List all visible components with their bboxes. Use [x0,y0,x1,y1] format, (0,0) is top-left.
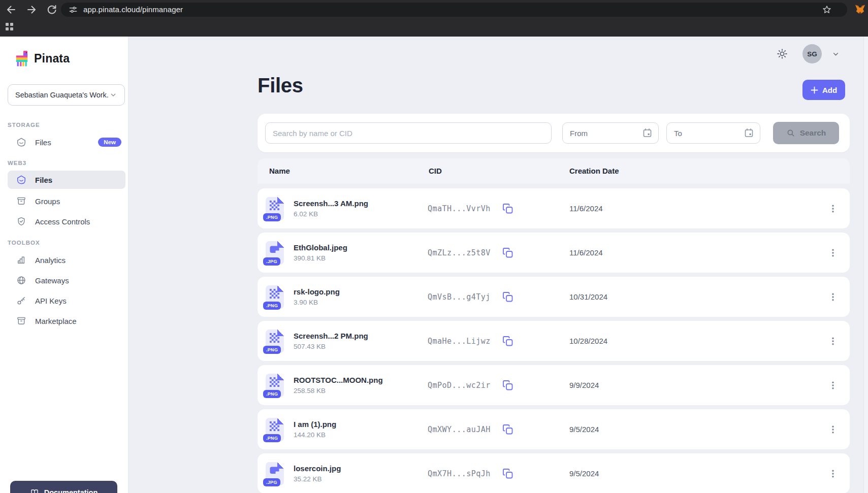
section-label-web3: WEB3 [8,160,26,166]
file-name: rsk-logo.png [294,287,340,296]
file-ext-badge: .PNG [263,434,281,442]
grid-menu-icon[interactable] [6,23,13,30]
name-cell: .PNG I am (1).png 144.20 KB [266,409,336,449]
file-cid: QmaTH...VvrVh [428,204,491,213]
jpg-image-glyph [270,245,279,254]
png-checker-glyph [270,289,279,299]
sidebar-item-files-storage[interactable]: Files New [8,133,125,151]
file-name: Screensh...3 AM.png [294,199,368,208]
bar-chart-icon [16,255,26,265]
site-settings-icon[interactable] [68,5,78,15]
file-name: Screensh...2 PM.png [294,332,368,340]
sidebar-item-marketplace[interactable]: Marketplace [8,312,125,330]
search-button[interactable]: Search [773,122,839,144]
bookmark-star-icon[interactable] [822,5,832,15]
back-icon[interactable] [5,4,17,16]
copy-cid-icon[interactable] [502,468,514,480]
file-name-block: I am (1).png 144.20 KB [294,420,336,439]
table-row[interactable]: .PNG I am (1).png 144.20 KB QmXWY...auJA… [258,409,850,449]
sidebar-item-groups[interactable]: Groups [8,192,125,210]
calendar-icon[interactable] [642,127,653,138]
pinata-logo-icon [14,50,29,67]
table-row[interactable]: .PNG rsk-logo.png 3.90 KB QmVsB...g4Tyj … [258,277,850,317]
file-type-icon: .PNG [266,418,284,441]
file-date: 11/6/2024 [569,233,603,273]
scrollbar[interactable] [863,37,868,493]
screen: app.pinata.cloud/pinmanager [0,0,868,493]
workspace-selector[interactable]: Sebastian Guaqueta's Work... [8,84,125,106]
cid-cell: QmaTH...VvrVh [428,188,514,228]
png-checker-glyph [270,201,279,210]
file-ext-badge: .PNG [263,213,281,221]
new-badge: New [98,138,121,147]
row-menu-kebab-icon[interactable] [825,233,841,273]
file-date: 11/6/2024 [569,188,603,228]
table-row[interactable]: .PNG Screensh...2 PM.png 507.43 KB QmaHe… [258,321,850,361]
table-row[interactable]: .PNG Screensh...3 AM.png 6.02 KB QmaTH..… [258,188,850,228]
sidebar-item-analytics[interactable]: Analytics [8,251,125,269]
copy-cid-icon[interactable] [502,203,514,215]
search-input[interactable] [265,122,552,144]
png-checker-glyph [270,333,279,343]
copy-cid-icon[interactable] [502,379,514,391]
jpg-image-glyph [270,466,279,475]
file-size: 507.43 KB [294,343,368,350]
file-date: 9/5/2024 [569,409,599,449]
documentation-button[interactable]: Documentation [10,481,117,493]
cid-cell: QmXWY...auJAH [428,409,514,449]
address-bar[interactable]: app.pinata.cloud/pinmanager [61,3,847,17]
file-ext-badge: .JPG [263,257,280,266]
pinata-wordmark: Pinata [34,52,70,65]
date-from-field [562,122,659,144]
row-menu-kebab-icon[interactable] [825,321,841,361]
file-size: 35.22 KB [294,475,341,483]
section-label-toolbox: TOOLBOX [8,240,40,246]
account-chevron-down-icon[interactable] [831,50,840,58]
sidebar: Pinata Sebastian Guaqueta's Work... STOR… [0,37,128,493]
file-cid: QmPoD...wc2ir [428,381,491,390]
file-type-icon: .PNG [266,330,284,353]
theme-toggle-sun-icon[interactable] [776,48,788,60]
file-date: 9/5/2024 [569,453,599,493]
metamask-extension-icon[interactable] [854,4,866,15]
table-row[interactable]: .JPG losercoin.jpg 35.22 KB QmX7H...sPqJ… [258,453,850,493]
add-button[interactable]: Add [802,80,845,100]
row-menu-kebab-icon[interactable] [825,365,841,405]
file-cid: QmaHe...Lijwz [428,337,491,346]
name-cell: .PNG ROOTSTOC...MOON.png 258.58 KB [266,365,383,405]
reload-icon[interactable] [46,4,58,16]
row-menu-kebab-icon[interactable] [825,277,841,317]
sidebar-item-files-web3[interactable]: Files [8,171,125,189]
copy-cid-icon[interactable] [502,291,514,303]
calendar-icon[interactable] [744,127,754,138]
row-menu-kebab-icon[interactable] [825,453,841,493]
row-menu-kebab-icon[interactable] [825,188,841,228]
copy-cid-icon[interactable] [502,247,514,259]
sidebar-item-gateways[interactable]: Gateways [8,271,125,289]
file-cid: QmVsB...g4Tyj [428,292,491,302]
forward-icon[interactable] [25,4,38,16]
file-date: 10/28/2024 [569,321,607,361]
file-ext-badge: .PNG [263,302,281,310]
name-cell: .JPG EthGlobal.jpeg 390.81 KB [266,233,347,273]
row-menu-kebab-icon[interactable] [825,409,841,449]
main-content: SG Files Add [128,37,868,493]
url-text[interactable]: app.pinata.cloud/pinmanager [83,5,183,14]
avatar[interactable]: SG [802,44,822,63]
sidebar-item-access-controls[interactable]: Access Controls [8,212,125,231]
book-icon [30,488,39,493]
table-row[interactable]: .JPG EthGlobal.jpeg 390.81 KB QmZLz...z5… [258,233,850,273]
column-header-creation-date: Creation Date [569,167,619,175]
chevron-down-icon [109,91,117,99]
file-name-block: Screensh...2 PM.png 507.43 KB [294,332,368,350]
file-name-block: ROOTSTOC...MOON.png 258.58 KB [294,376,383,395]
file-size: 6.02 KB [294,210,368,218]
copy-cid-icon[interactable] [502,423,514,436]
groups-box-icon [16,196,26,206]
table-row[interactable]: .PNG ROOTSTOC...MOON.png 258.58 KB QmPoD… [258,365,850,405]
file-list: .PNG Screensh...3 AM.png 6.02 KB QmaTH..… [258,188,850,493]
file-size: 258.58 KB [294,387,383,395]
copy-cid-icon[interactable] [502,335,514,347]
sidebar-item-api-keys[interactable]: API Keys [8,291,125,310]
file-ext-badge: .PNG [263,390,281,398]
